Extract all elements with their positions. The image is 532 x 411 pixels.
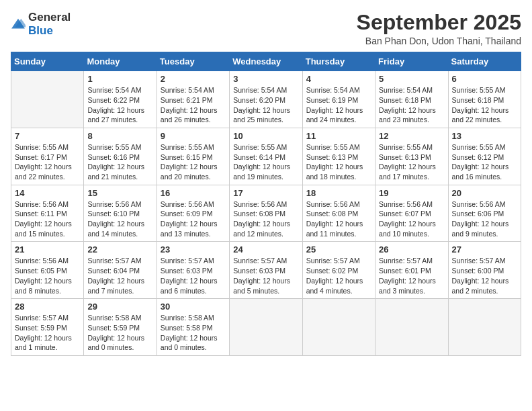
day-of-week-saturday: Saturday <box>448 52 521 71</box>
day-number: 19 <box>379 188 444 198</box>
day-info: Sunrise: 5:54 AM Sunset: 6:19 PM Dayligh… <box>306 85 371 125</box>
day-info: Sunrise: 5:57 AM Sunset: 6:03 PM Dayligh… <box>233 256 298 295</box>
page-header: General Blue September 2025 Ban Phan Don… <box>11 11 521 46</box>
logo-general-text: General <box>28 11 71 24</box>
day-info: Sunrise: 5:58 AM Sunset: 5:59 PM Dayligh… <box>87 313 152 353</box>
calendar-cell: 27Sunrise: 5:57 AM Sunset: 6:00 PM Dayli… <box>448 242 521 299</box>
day-number: 13 <box>452 131 517 141</box>
day-info: Sunrise: 5:55 AM Sunset: 6:12 PM Dayligh… <box>452 142 517 182</box>
calendar-cell: 30Sunrise: 5:58 AM Sunset: 5:58 PM Dayli… <box>157 299 229 356</box>
day-info: Sunrise: 5:57 AM Sunset: 5:59 PM Dayligh… <box>15 313 80 353</box>
day-info: Sunrise: 5:55 AM Sunset: 6:14 PM Dayligh… <box>233 142 298 182</box>
day-number: 24 <box>233 244 298 255</box>
day-info: Sunrise: 5:55 AM Sunset: 6:13 PM Dayligh… <box>379 142 444 182</box>
calendar-cell: 21Sunrise: 5:56 AM Sunset: 6:05 PM Dayli… <box>11 242 84 299</box>
calendar-cell <box>302 299 375 356</box>
day-of-week-monday: Monday <box>84 52 157 71</box>
day-info: Sunrise: 5:56 AM Sunset: 6:10 PM Dayligh… <box>87 199 152 239</box>
day-of-week-tuesday: Tuesday <box>157 52 229 71</box>
calendar-cell: 8Sunrise: 5:55 AM Sunset: 6:16 PM Daylig… <box>84 128 157 185</box>
calendar-week-2: 7Sunrise: 5:55 AM Sunset: 6:17 PM Daylig… <box>11 128 521 185</box>
month-title: September 2025 <box>357 11 521 34</box>
day-info: Sunrise: 5:56 AM Sunset: 6:11 PM Dayligh… <box>15 199 80 239</box>
calendar-cell: 19Sunrise: 5:56 AM Sunset: 6:07 PM Dayli… <box>375 185 448 242</box>
day-number: 10 <box>233 131 298 141</box>
calendar-cell: 16Sunrise: 5:56 AM Sunset: 6:09 PM Dayli… <box>157 185 229 242</box>
day-info: Sunrise: 5:58 AM Sunset: 5:58 PM Dayligh… <box>161 313 226 353</box>
day-number: 5 <box>379 74 444 84</box>
calendar-cell: 13Sunrise: 5:55 AM Sunset: 6:12 PM Dayli… <box>448 128 521 185</box>
day-info: Sunrise: 5:55 AM Sunset: 6:18 PM Dayligh… <box>452 85 517 125</box>
day-number: 8 <box>87 131 152 141</box>
day-info: Sunrise: 5:56 AM Sunset: 6:07 PM Dayligh… <box>379 199 444 239</box>
day-info: Sunrise: 5:56 AM Sunset: 6:06 PM Dayligh… <box>452 199 517 239</box>
calendar-cell: 20Sunrise: 5:56 AM Sunset: 6:06 PM Dayli… <box>448 185 521 242</box>
calendar-cell: 2Sunrise: 5:54 AM Sunset: 6:21 PM Daylig… <box>157 71 229 128</box>
calendar-header-row: SundayMondayTuesdayWednesdayThursdayFrid… <box>11 52 521 71</box>
day-info: Sunrise: 5:57 AM Sunset: 6:04 PM Dayligh… <box>87 256 152 295</box>
calendar-cell: 6Sunrise: 5:55 AM Sunset: 6:18 PM Daylig… <box>448 71 521 128</box>
calendar-week-3: 14Sunrise: 5:56 AM Sunset: 6:11 PM Dayli… <box>11 185 521 242</box>
day-number: 6 <box>452 74 517 84</box>
day-info: Sunrise: 5:57 AM Sunset: 6:02 PM Dayligh… <box>306 256 371 295</box>
day-info: Sunrise: 5:55 AM Sunset: 6:16 PM Dayligh… <box>87 142 152 182</box>
day-number: 4 <box>306 74 371 84</box>
calendar-week-5: 28Sunrise: 5:57 AM Sunset: 5:59 PM Dayli… <box>11 299 521 356</box>
day-info: Sunrise: 5:57 AM Sunset: 6:03 PM Dayligh… <box>161 256 226 295</box>
day-of-week-friday: Friday <box>375 52 448 71</box>
logo: General Blue <box>11 11 71 37</box>
day-info: Sunrise: 5:55 AM Sunset: 6:17 PM Dayligh… <box>15 142 80 182</box>
calendar-cell: 26Sunrise: 5:57 AM Sunset: 6:01 PM Dayli… <box>375 242 448 299</box>
day-info: Sunrise: 5:54 AM Sunset: 6:21 PM Dayligh… <box>161 85 226 125</box>
day-of-week-sunday: Sunday <box>11 52 84 71</box>
day-info: Sunrise: 5:56 AM Sunset: 6:05 PM Dayligh… <box>15 256 80 295</box>
calendar-cell: 15Sunrise: 5:56 AM Sunset: 6:10 PM Dayli… <box>84 185 157 242</box>
day-info: Sunrise: 5:54 AM Sunset: 6:22 PM Dayligh… <box>87 85 152 125</box>
calendar-cell: 9Sunrise: 5:55 AM Sunset: 6:15 PM Daylig… <box>157 128 229 185</box>
day-number: 30 <box>161 302 226 312</box>
calendar-cell <box>375 299 448 356</box>
day-info: Sunrise: 5:56 AM Sunset: 6:09 PM Dayligh… <box>161 199 226 239</box>
day-info: Sunrise: 5:54 AM Sunset: 6:20 PM Dayligh… <box>233 85 298 125</box>
day-number: 9 <box>161 131 226 141</box>
calendar-cell: 4Sunrise: 5:54 AM Sunset: 6:19 PM Daylig… <box>302 71 375 128</box>
calendar-cell <box>11 71 84 128</box>
day-number: 27 <box>452 244 517 255</box>
day-number: 20 <box>452 188 517 198</box>
calendar-cell: 10Sunrise: 5:55 AM Sunset: 6:14 PM Dayli… <box>230 128 302 185</box>
day-number: 3 <box>233 74 298 84</box>
location-text: Ban Phan Don, Udon Thani, Thailand <box>357 36 521 46</box>
calendar-cell: 7Sunrise: 5:55 AM Sunset: 6:17 PM Daylig… <box>11 128 84 185</box>
calendar-cell: 25Sunrise: 5:57 AM Sunset: 6:02 PM Dayli… <box>302 242 375 299</box>
calendar-table: SundayMondayTuesdayWednesdayThursdayFrid… <box>11 52 521 356</box>
day-number: 2 <box>161 74 226 84</box>
calendar-cell: 3Sunrise: 5:54 AM Sunset: 6:20 PM Daylig… <box>230 71 302 128</box>
calendar-cell: 12Sunrise: 5:55 AM Sunset: 6:13 PM Dayli… <box>375 128 448 185</box>
day-number: 25 <box>306 244 371 255</box>
calendar-cell: 24Sunrise: 5:57 AM Sunset: 6:03 PM Dayli… <box>230 242 302 299</box>
day-number: 7 <box>15 131 80 141</box>
day-info: Sunrise: 5:55 AM Sunset: 6:13 PM Dayligh… <box>306 142 371 182</box>
day-number: 15 <box>87 188 152 198</box>
day-number: 21 <box>15 244 80 255</box>
logo-blue-text: Blue <box>28 24 71 38</box>
calendar-cell: 29Sunrise: 5:58 AM Sunset: 5:59 PM Dayli… <box>84 299 157 356</box>
calendar-cell: 22Sunrise: 5:57 AM Sunset: 6:04 PM Dayli… <box>84 242 157 299</box>
title-area: September 2025 Ban Phan Don, Udon Thani,… <box>357 11 521 46</box>
calendar-cell: 11Sunrise: 5:55 AM Sunset: 6:13 PM Dayli… <box>302 128 375 185</box>
day-number: 14 <box>15 188 80 198</box>
day-number: 1 <box>87 74 152 84</box>
calendar-cell: 18Sunrise: 5:56 AM Sunset: 6:08 PM Dayli… <box>302 185 375 242</box>
calendar-cell: 17Sunrise: 5:56 AM Sunset: 6:08 PM Dayli… <box>230 185 302 242</box>
day-number: 26 <box>379 244 444 255</box>
day-number: 16 <box>161 188 226 198</box>
day-number: 28 <box>15 302 80 312</box>
day-number: 17 <box>233 188 298 198</box>
day-info: Sunrise: 5:54 AM Sunset: 6:18 PM Dayligh… <box>379 85 444 125</box>
calendar-cell: 14Sunrise: 5:56 AM Sunset: 6:11 PM Dayli… <box>11 185 84 242</box>
day-of-week-thursday: Thursday <box>302 52 375 71</box>
logo-icon <box>11 17 26 32</box>
day-info: Sunrise: 5:57 AM Sunset: 6:00 PM Dayligh… <box>452 256 517 295</box>
day-number: 18 <box>306 188 371 198</box>
day-info: Sunrise: 5:56 AM Sunset: 6:08 PM Dayligh… <box>233 199 298 239</box>
